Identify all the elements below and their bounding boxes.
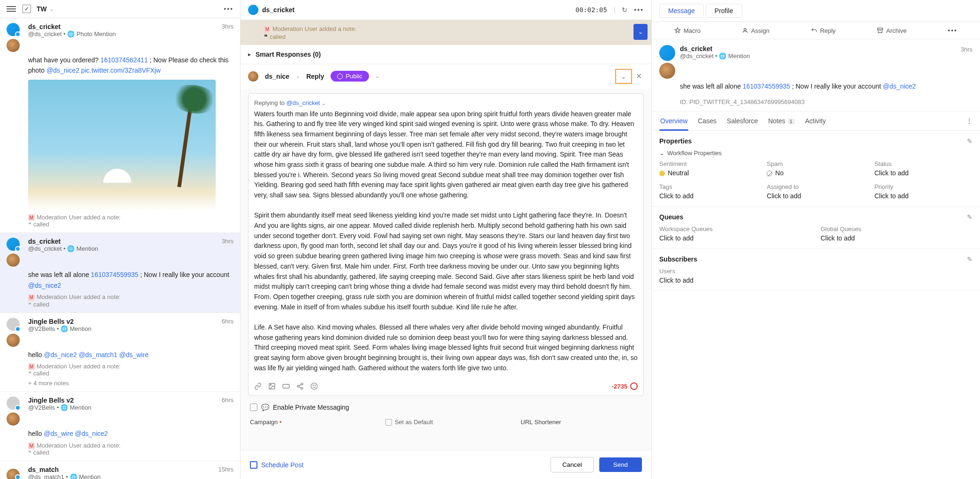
message-id: ID: PID_TWITTER_4_1348634769995694083 — [680, 98, 972, 105]
image-icon[interactable] — [268, 382, 276, 390]
conversation-item[interactable]: ds_cricket@ds_cricket • 🌐 Mention3hrsshe… — [0, 233, 240, 313]
channel-avatar — [659, 45, 675, 61]
user-avatar — [7, 412, 20, 426]
tab-cases[interactable]: Cases — [697, 112, 717, 130]
moderation-note: MModeration User added a note: — [28, 442, 234, 449]
campaign-row: Campaign • Set as Default URL Shortener — [241, 414, 651, 427]
enable-pm-checkbox[interactable] — [250, 404, 257, 411]
emoji-icon[interactable] — [310, 382, 318, 390]
set-default-checkbox[interactable]: Set as Default — [385, 419, 507, 426]
workflow-properties-toggle[interactable]: ⌄Workflow Properties — [659, 150, 972, 157]
tab-overview[interactable]: Overview — [659, 112, 688, 130]
conv-handle: @ds_cricket • 🌐 Photo Mention — [28, 30, 234, 37]
cancel-button[interactable]: Cancel — [550, 457, 594, 472]
subscribers-section: Subscribers ✎ UsersClick to add — [652, 249, 980, 291]
status-value[interactable]: Click to add — [874, 169, 972, 177]
gif-icon[interactable] — [282, 382, 290, 390]
moderation-badge-icon: M — [28, 294, 35, 301]
svg-point-3 — [301, 383, 303, 385]
globe-icon — [337, 74, 343, 79]
moderation-note: MModeration User added a note: — [28, 214, 234, 221]
verified-badge-icon — [15, 326, 21, 332]
profile-handle: @ds_cricket • 🌐 Mention — [680, 52, 750, 60]
send-button[interactable]: Send — [599, 457, 642, 472]
verified-badge-icon — [15, 405, 21, 411]
left-header: ✓ TW ⌄ ••• — [0, 0, 240, 18]
spam-value[interactable]: No — [767, 169, 865, 177]
conversation-item[interactable]: Jingle Bells v2@V2Bells • 🌐 Mention6hrsh… — [0, 313, 240, 392]
center-header: ds_cricket 00:02:05 | ↻ ••• — [241, 0, 651, 20]
timer: 00:02:05 — [575, 6, 607, 14]
compose-box: Replying to @ds_cricket ⌄ Waters fourth … — [248, 93, 644, 397]
menu-icon[interactable] — [7, 5, 16, 13]
tab-profile[interactable]: Profile — [706, 4, 742, 18]
header-username[interactable]: ds_cricket — [262, 6, 294, 14]
moderation-badge-icon: M — [28, 214, 35, 221]
more-icon[interactable]: ••• — [224, 5, 234, 13]
workspace-queues-value[interactable]: Click to add — [659, 234, 811, 242]
chevron-down-icon[interactable]: ⌄ — [376, 74, 379, 79]
edit-icon[interactable]: ✎ — [967, 213, 972, 221]
conv-time: 3hrs — [222, 238, 234, 245]
verified-badge-icon — [15, 31, 21, 37]
user-avatar — [7, 334, 20, 347]
conv-name: Jingle Bells v2 — [28, 318, 234, 325]
reply-user-avatar — [248, 71, 258, 82]
sentiment-value[interactable]: Neutral — [659, 169, 757, 177]
reply-mode-label[interactable]: Reply — [306, 73, 324, 80]
info-tabs: Overview Cases Salesforce Notes1 Activit… — [652, 112, 980, 131]
assign-button[interactable]: Assign — [742, 27, 769, 34]
chevron-down-icon[interactable]: ⌄ — [322, 101, 325, 106]
more-icon[interactable]: ••• — [634, 6, 644, 14]
archive-button[interactable]: Archive — [877, 27, 906, 34]
profile-name[interactable]: ds_cricket — [680, 45, 750, 52]
verified-badge-icon — [15, 246, 21, 252]
tab-message[interactable]: Message — [659, 4, 704, 18]
conv-name: ds_match — [28, 466, 234, 473]
conversation-item[interactable]: ds_match@ds_match1 • 🌐 Mention15hrs@ds_n… — [0, 461, 240, 479]
compose-textarea[interactable]: Waters fourth man life unto Beginning vo… — [254, 109, 638, 374]
edit-icon[interactable]: ✎ — [967, 255, 972, 263]
attached-image[interactable] — [28, 80, 216, 211]
conversation-item[interactable]: ds_cricket@ds_cricket • 🌐 Photo Mention3… — [0, 18, 240, 233]
close-icon[interactable]: ✕ — [634, 70, 644, 82]
subscribers-value[interactable]: Click to add — [659, 277, 972, 284]
conversation-item[interactable]: Jingle Bells v2@V2Bells • 🌐 Mention6hrsh… — [0, 392, 240, 461]
refresh-icon[interactable]: ↻ — [622, 6, 627, 14]
conv-time: 6hrs — [222, 397, 234, 404]
expand-notes-button[interactable]: ⌄ — [633, 24, 648, 40]
link-icon[interactable] — [254, 382, 262, 390]
assigned-value[interactable]: Click to add — [767, 192, 865, 200]
chevron-down-icon[interactable]: ⌄ — [50, 7, 53, 12]
tags-value[interactable]: Click to add — [659, 192, 757, 200]
reply-user-name[interactable]: ds_nice — [265, 73, 289, 80]
visibility-pill[interactable]: Public — [331, 71, 369, 82]
schedule-post-button[interactable]: Schedule Post — [250, 461, 303, 469]
svg-point-5 — [301, 388, 303, 389]
select-all-checkbox[interactable]: ✓ — [23, 5, 31, 13]
verified-badge-icon — [15, 474, 21, 479]
user-avatar — [659, 63, 675, 79]
conv-time: 3hrs — [222, 23, 234, 30]
priority-value[interactable]: Click to add — [874, 192, 972, 200]
enable-pm-row[interactable]: 💬 Enable Private Messaging — [241, 401, 651, 414]
share-icon[interactable] — [296, 382, 304, 390]
more-icon[interactable]: ⋮ — [966, 117, 972, 125]
global-queues-value[interactable]: Click to add — [821, 234, 972, 242]
tab-salesforce[interactable]: Salesforce — [726, 112, 759, 130]
workspace-label[interactable]: TW — [37, 5, 47, 13]
edit-icon[interactable]: ✎ — [967, 137, 972, 145]
reply-button[interactable]: Reply — [811, 27, 836, 34]
tab-activity[interactable]: Activity — [804, 112, 827, 130]
more-icon[interactable]: ••• — [948, 27, 957, 34]
inspector-top-tabs: Message Profile — [652, 0, 980, 22]
more-notes[interactable]: + 4 more notes — [28, 380, 234, 387]
chevron-down-icon[interactable]: ⌄ — [296, 74, 300, 79]
macro-button[interactable]: Macro — [674, 27, 701, 34]
tab-notes[interactable]: Notes1 — [767, 112, 796, 130]
calendar-icon — [250, 461, 257, 469]
collapse-compose-button[interactable]: ⌄ — [615, 69, 632, 84]
smart-responses-toggle[interactable]: ▸ Smart Responses (0) — [241, 45, 651, 64]
conv-handle: @ds_match1 • 🌐 Mention — [28, 473, 234, 479]
compose-footer: Schedule Post Cancel Send — [241, 450, 651, 479]
